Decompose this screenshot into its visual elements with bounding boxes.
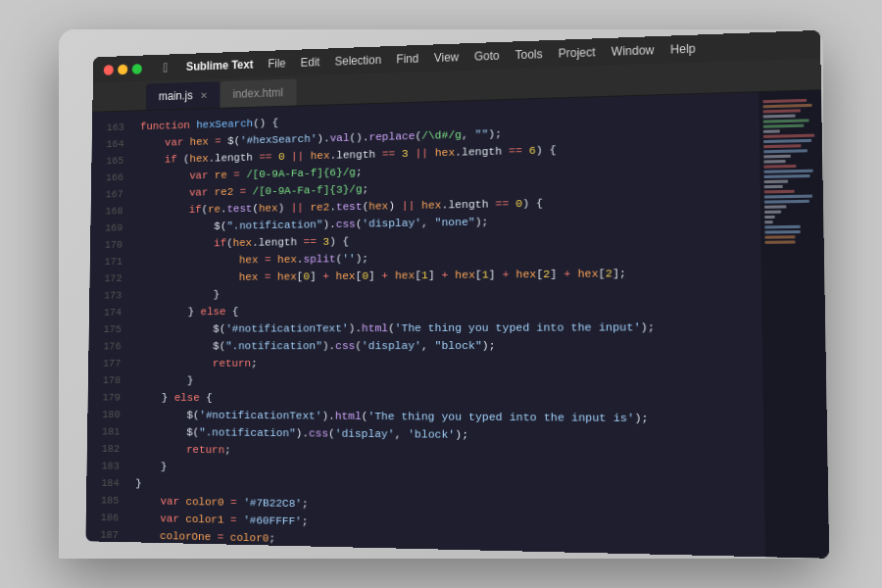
line-num: 169 [90, 220, 122, 237]
menu-edit[interactable]: Edit [301, 56, 320, 70]
minimap [759, 90, 829, 559]
menu-selection[interactable]: Selection [335, 53, 381, 68]
line-num: 177 [88, 355, 121, 371]
menu-project[interactable]: Project [559, 45, 596, 60]
line-num: 185 [86, 491, 119, 509]
line-num: 174 [89, 304, 122, 320]
tab-main-js[interactable]: main.js ✕ [146, 81, 220, 110]
close-button[interactable] [104, 65, 114, 75]
line-num: 173 [89, 287, 122, 305]
line-num: 179 [88, 389, 121, 407]
line-num: 184 [86, 474, 119, 492]
screen-bezel:  Sublime Text File Edit Selection Find … [85, 30, 829, 559]
line-numbers: 163 164 165 166 167 168 169 170 171 172 … [85, 112, 129, 543]
minimize-button[interactable] [118, 64, 127, 74]
traffic-lights [104, 64, 142, 75]
minimap-content [759, 90, 824, 254]
code-line: $('#notificationText').html('The thing y… [137, 318, 761, 338]
line-num: 188 [85, 543, 118, 559]
code-editor[interactable]: function hexSearch() { var hex = $('#hex… [123, 92, 765, 557]
menu-tools[interactable]: Tools [515, 47, 543, 62]
tab-main-js-close[interactable]: ✕ [200, 90, 208, 101]
line-num: 171 [90, 253, 122, 270]
line-num: 167 [91, 186, 123, 204]
line-num: 168 [91, 203, 123, 220]
line-num: 183 [87, 457, 120, 474]
line-num: 163 [92, 119, 124, 136]
screen-content:  Sublime Text File Edit Selection Find … [85, 30, 829, 559]
line-num: 181 [87, 423, 120, 441]
code-line: return; [137, 355, 762, 373]
app-name-menu[interactable]: Sublime Text [186, 58, 254, 74]
tab-main-js-label: main.js [159, 89, 193, 103]
laptop-frame:  Sublime Text File Edit Selection Find … [59, 29, 823, 559]
tab-index-html-label: index.html [233, 86, 283, 101]
apple-logo-icon:  [164, 60, 169, 74]
line-num: 187 [85, 526, 118, 544]
menu-find[interactable]: Find [396, 52, 418, 66]
menu-help[interactable]: Help [670, 42, 696, 57]
line-num: 166 [91, 169, 123, 186]
menu-goto[interactable]: Goto [474, 49, 500, 64]
line-num: 182 [87, 440, 120, 458]
line-num: 165 [91, 152, 123, 170]
line-num: 175 [89, 320, 122, 337]
editor-area: 163 164 165 166 167 168 169 170 171 172 … [85, 90, 829, 559]
line-num: 178 [88, 371, 121, 388]
menu-window[interactable]: Window [612, 43, 655, 59]
line-num: 170 [90, 236, 122, 254]
maximize-button[interactable] [132, 64, 142, 74]
menu-file[interactable]: File [268, 57, 285, 71]
line-num: 172 [90, 270, 122, 288]
line-num: 180 [87, 406, 120, 423]
line-num: 176 [88, 338, 121, 355]
line-num: 164 [92, 135, 124, 153]
tab-index-html[interactable]: index.html [220, 78, 296, 107]
menu-view[interactable]: View [434, 50, 459, 65]
line-num: 186 [86, 509, 119, 526]
code-line: $(".notification").css('display', "block… [137, 336, 762, 355]
